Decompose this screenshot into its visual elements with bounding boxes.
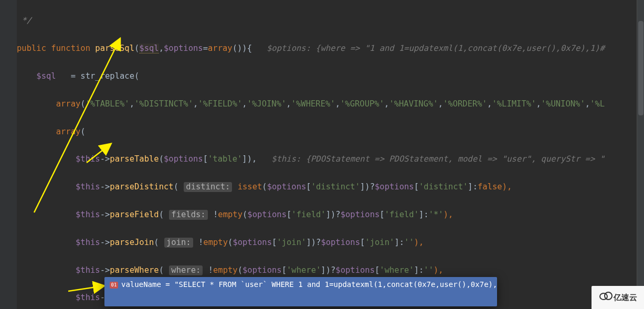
fn-parseField: parseField	[110, 210, 159, 219]
tok1: '%DISTINCT%'	[134, 99, 193, 109]
isset: isset	[238, 182, 262, 191]
inline-hint-options: $options: {where => "1 and 1=updatexml(1…	[267, 44, 605, 53]
empty: empty	[218, 210, 242, 219]
ar: ->	[100, 182, 110, 191]
v2: $options	[321, 238, 360, 247]
debug-value-popup[interactable]: 01valueName = "SELECT * FROM `user` WHER…	[104, 277, 497, 306]
c: ]:	[394, 238, 404, 247]
popup-text: valueName = "SELECT * FROM `user` WHERE …	[121, 280, 497, 289]
b: !	[198, 238, 203, 247]
fn-parseSql: parseSql	[95, 44, 134, 53]
k2: 'join'	[365, 238, 394, 247]
this5: $this	[76, 265, 100, 275]
t: ),	[444, 210, 453, 219]
q: ])?	[306, 238, 321, 247]
this6: $this	[76, 293, 100, 302]
ar: ->	[100, 210, 110, 219]
k: 'where'	[287, 265, 321, 275]
vertical-scrollbar[interactable]	[637, 0, 644, 309]
tok4: '%WHERE%'	[291, 99, 335, 109]
kw-array2: array	[56, 99, 81, 109]
watermark-logo: 亿速云	[592, 286, 644, 309]
paren-brace: ()){	[233, 44, 252, 53]
v2: $options	[335, 265, 375, 275]
param-fields: fields:	[169, 210, 207, 220]
cloud-icon	[599, 291, 613, 304]
this4: $this	[76, 238, 100, 247]
t: ]),	[242, 154, 257, 164]
d: ''	[404, 238, 414, 247]
v: $options	[233, 238, 272, 247]
code-editor[interactable]: */ public function parseSql($sql,$option…	[17, 0, 644, 309]
q: ])?	[326, 210, 341, 219]
k2: 'field'	[385, 210, 419, 219]
param-distinct: distinct:	[184, 182, 232, 192]
fn-parseJoin: parseJoin	[110, 238, 154, 247]
false: false	[478, 182, 502, 191]
t: ),	[434, 265, 444, 275]
q: ])?	[321, 265, 335, 275]
d: '*'	[429, 210, 444, 219]
tok5: '%GROUP%'	[340, 99, 384, 109]
popup-index-badge: 01	[110, 282, 118, 289]
eq: =	[203, 44, 208, 53]
v: $options	[242, 265, 282, 275]
tok8: '%LIMIT%'	[492, 99, 536, 109]
kw-array3: array	[56, 127, 81, 136]
ar: ->	[100, 238, 110, 247]
param-sql: $sql	[139, 44, 159, 54]
b: !	[213, 210, 218, 219]
t: ),	[414, 238, 424, 247]
popup-row[interactable]: 01valueName = "SELECT * FROM `user` WHER…	[104, 278, 497, 291]
empty: empty	[203, 238, 228, 247]
var-sql: $sql	[36, 71, 56, 81]
this1: $this	[76, 154, 100, 164]
t: ),	[502, 182, 512, 191]
empty: empty	[213, 265, 238, 275]
tok0: '%TABLE%'	[86, 99, 130, 109]
fn-parseWhere: parseWhere	[110, 265, 159, 275]
k: 'join'	[277, 238, 306, 247]
c: ]:	[414, 265, 424, 275]
watermark-text: 亿速云	[614, 291, 637, 304]
tok3: '%JOIN%'	[247, 99, 287, 109]
editor-gutter[interactable]	[0, 0, 17, 309]
fn-parseTable: parseTable	[110, 154, 159, 164]
this3: $this	[76, 210, 100, 219]
kw-public: public	[17, 44, 46, 53]
v: $options	[247, 210, 287, 219]
scrollbar-thumb[interactable]	[638, 21, 643, 115]
param-join: join:	[164, 238, 193, 248]
tok7: '%ORDER%'	[443, 99, 487, 109]
this2: $this	[76, 182, 100, 191]
k: 'distinct'	[311, 182, 360, 191]
tok9: '%UNION%'	[541, 99, 585, 109]
kw-array: array	[208, 44, 233, 53]
fn-parseDistinct: parseDistinct	[110, 182, 173, 191]
tok6: '%HAVING%'	[389, 99, 438, 109]
param-options: $options	[164, 44, 203, 53]
arrow: ->	[100, 154, 110, 164]
param-where: where:	[169, 265, 203, 275]
k: 'table'	[208, 154, 242, 164]
k: 'field'	[291, 210, 325, 219]
v2: $options	[341, 210, 380, 219]
ar: ->	[100, 265, 110, 275]
tok10: '%L	[590, 99, 605, 109]
comment-end: */	[22, 16, 31, 25]
v: $options	[164, 154, 203, 164]
k2: 'distinct'	[419, 182, 468, 191]
tok2: '%FIELD%'	[198, 99, 242, 109]
c: ]:	[419, 210, 429, 219]
v2: $options	[375, 182, 414, 191]
hint-this: $this: {PDOStatement => PDOStatement, mo…	[271, 154, 605, 164]
assign-strreplace: = str_replace(	[56, 71, 140, 81]
k2: 'where'	[379, 265, 414, 275]
b: !	[208, 265, 213, 275]
svg-point-4	[605, 292, 612, 300]
q: ])?	[360, 182, 375, 191]
d: ''	[424, 265, 434, 275]
c: ]:	[468, 182, 478, 191]
v: $options	[267, 182, 307, 191]
kw-function: function	[51, 44, 90, 53]
